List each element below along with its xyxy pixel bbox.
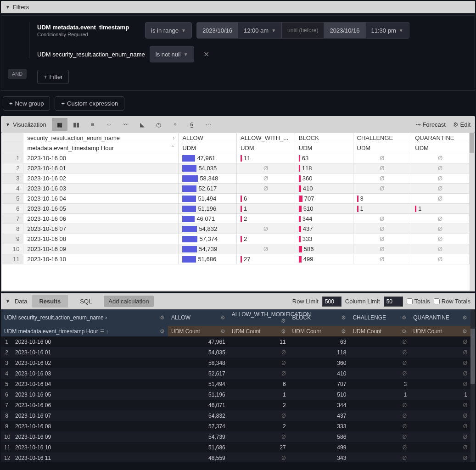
filter-until-label: until (before) — [282, 22, 324, 39]
scrollbar-thumb[interactable] — [470, 329, 475, 384]
visualization-table: security_result.action_enum_name ›ALLOWA… — [2, 133, 470, 264]
table-viz-icon[interactable]: ▦ — [52, 118, 67, 131]
line-viz-icon[interactable]: 〰 — [118, 118, 134, 131]
filter-operator-label: is not null — [156, 51, 181, 58]
and-badge: AND — [8, 69, 27, 79]
new-group-label: New group — [15, 100, 44, 107]
filter-actions: +New group +Custom expression — [1, 91, 475, 116]
data-title: Data — [15, 298, 27, 305]
more-viz-icon[interactable]: ⋯ — [201, 118, 216, 131]
until-text: until (before) — [287, 27, 318, 34]
row-limit-input[interactable] — [322, 297, 342, 307]
data-header: ▼ Data Results SQL Add calculation Row L… — [1, 293, 475, 309]
filter-tree-line — [29, 22, 29, 58]
filter-operator-label: is in range — [151, 27, 179, 34]
add-calculation-button[interactable]: Add calculation — [104, 296, 153, 307]
column-limit-input[interactable] — [384, 297, 403, 307]
data-table: UDM security_result.action_enum_name › ⚙… — [1, 309, 470, 462]
row-limit-label: Row Limit — [292, 298, 319, 305]
remove-filter-icon[interactable]: ✕ — [203, 50, 209, 59]
data-scrollbar[interactable] — [470, 309, 475, 462]
plus-icon: + — [61, 100, 65, 107]
totals-checkbox[interactable]: Totals — [407, 298, 430, 305]
plus-icon: + — [9, 100, 13, 107]
date-to-value: 2023/10/16 — [330, 27, 359, 34]
tab-results[interactable]: Results — [32, 295, 68, 308]
filter-row-timestamp: UDM metadata.event_timestamp Conditional… — [25, 22, 468, 39]
visualization-title: Visualization — [13, 121, 46, 128]
filter-operator-select[interactable]: is in range ▼ — [145, 22, 192, 39]
timeline-viz-icon[interactable]: ◷ — [151, 118, 167, 131]
map-viz-icon[interactable]: ⌖ — [168, 118, 183, 131]
viz-scrollbar[interactable] — [470, 133, 474, 291]
custom-expression-label: Custom expression — [67, 100, 118, 107]
forecast-button[interactable]: ⤳ Forecast — [416, 121, 446, 128]
single-value-viz-icon[interactable]: 6̲ — [184, 118, 200, 131]
new-group-button[interactable]: +New group — [3, 96, 50, 111]
filter-row-action: UDM security_result.action_enum_name is … — [25, 46, 468, 62]
column-limit-label: Column Limit — [345, 298, 380, 305]
row-totals-checkbox[interactable]: Row Totals — [434, 298, 470, 305]
forecast-icon: ⤳ — [416, 121, 421, 128]
visualization-header: ▼ Visualization ▦ ▮▮ ≡ ⁘ 〰 ◣ ◷ ⌖ 6̲ ⋯ ⤳ … — [1, 116, 475, 133]
scatter-viz-icon[interactable]: ⁘ — [101, 118, 117, 131]
filter-label: UDM security_result.action_enum_name — [37, 51, 145, 58]
plus-icon: + — [44, 73, 47, 80]
chevron-down-icon: ▼ — [181, 28, 186, 33]
data-body: UDM security_result.action_enum_name › ⚙… — [1, 309, 475, 462]
time-from-value: 12:00 am — [244, 27, 269, 34]
filter-date-from[interactable]: 2023/10/16 — [196, 22, 238, 39]
row-totals-label: Row Totals — [442, 298, 470, 305]
date-from-value: 2023/10/16 — [202, 27, 232, 34]
filters-title: Filters — [13, 4, 29, 11]
column-viz-icon[interactable]: ▮▮ — [68, 118, 84, 131]
filters-body: AND UDM metadata.event_timestamp Conditi… — [1, 15, 475, 91]
filter-field-sublabel: Conditionally Required — [37, 32, 140, 37]
totals-checkbox-input[interactable] — [407, 298, 413, 304]
totals-label: Totals — [414, 298, 430, 305]
edit-button[interactable]: ⚙ Edit — [453, 121, 470, 128]
custom-expression-button[interactable]: +Custom expression — [55, 96, 124, 111]
filters-header[interactable]: ▼ Filters — [1, 1, 475, 13]
forecast-label: Forecast — [422, 121, 446, 128]
filter-operator-select[interactable]: is not null ▼ — [150, 46, 194, 62]
filter-date-to[interactable]: 2023/10/16 — [324, 22, 365, 39]
chevron-down-icon: ▼ — [184, 52, 188, 57]
filter-label: UDM metadata.event_timestamp Conditional… — [37, 24, 140, 37]
tab-sql[interactable]: SQL — [73, 295, 99, 308]
filter-time-to[interactable]: 11:30 pm▼ — [366, 22, 409, 39]
filter-time-from[interactable]: 12:00 am▼ — [238, 22, 282, 39]
scrollbar-thumb[interactable] — [470, 133, 474, 153]
area-viz-icon[interactable]: ◣ — [134, 118, 150, 131]
time-to-value: 11:30 pm — [371, 27, 396, 34]
chevron-down-icon: ▼ — [399, 28, 403, 33]
settings-icon: ⚙ — [453, 121, 459, 128]
add-filter-label: Filter — [50, 73, 63, 80]
add-filter-button[interactable]: +Filter — [37, 70, 69, 84]
caret-down-icon[interactable]: ▼ — [6, 122, 10, 127]
edit-label: Edit — [460, 121, 470, 128]
filter-field-name: UDM security_result.action_enum_name — [37, 51, 145, 58]
caret-down-icon[interactable]: ▼ — [6, 299, 10, 304]
row-totals-checkbox-input[interactable] — [434, 298, 440, 304]
bar-viz-icon[interactable]: ≡ — [85, 118, 101, 131]
chevron-down-icon: ▼ — [271, 28, 276, 33]
visualization-body: security_result.action_enum_name ›ALLOWA… — [1, 133, 475, 291]
caret-down-icon: ▼ — [6, 5, 10, 10]
filter-field-name: UDM metadata.event_timestamp — [37, 24, 140, 31]
